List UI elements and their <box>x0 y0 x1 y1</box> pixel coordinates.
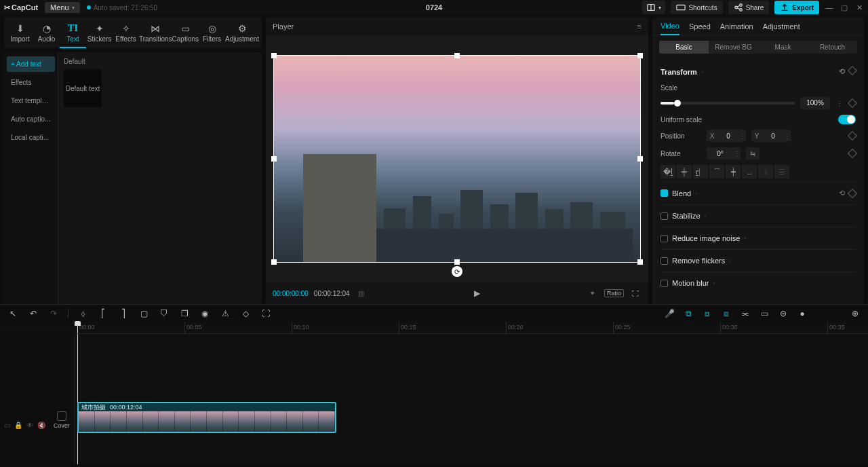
timeline-tracks[interactable]: 城市拍摄 00:00:12:04 <box>75 334 868 464</box>
cat-text-template[interactable]: Text template <box>7 93 55 109</box>
resize-handle-tl[interactable] <box>271 53 277 58</box>
tool-trim-left[interactable]: ⎡ <box>97 309 109 318</box>
tab-audio[interactable]: ◔Audio <box>33 20 60 48</box>
stabilize-checkbox[interactable] <box>660 212 668 220</box>
scale-stepper[interactable]: ⋮ <box>835 100 844 107</box>
fullscreen-icon[interactable]: ⛶ <box>629 290 642 297</box>
tab-transitions[interactable]: ⋈Transitions <box>139 20 172 48</box>
layout-button[interactable]: ▾ <box>642 1 665 14</box>
tool-zoom-out[interactable]: ⊖ <box>777 309 789 318</box>
cover-button[interactable]: Cover <box>54 411 70 429</box>
tab-text[interactable]: TIText <box>60 20 86 48</box>
align-right[interactable]: ṟ⎸ <box>693 165 708 179</box>
resize-handle-br[interactable] <box>637 259 643 265</box>
asset-item-default-text[interactable]: Default text <box>64 69 102 107</box>
tool-split[interactable]: ⎀ <box>77 309 89 318</box>
ratio-button[interactable]: Ratio <box>604 289 624 297</box>
tool-zoom-in[interactable]: ⊕ <box>849 309 861 318</box>
tool-record[interactable]: ◉ <box>199 309 211 318</box>
scan-icon[interactable]: ⌖ <box>587 289 599 297</box>
tab-adjustment[interactable]: ⚙Adjustment <box>225 20 259 48</box>
play-button[interactable]: ▶ <box>471 288 483 298</box>
export-button[interactable]: Export <box>774 1 819 14</box>
resize-handle-tc[interactable] <box>454 53 460 58</box>
tool-duplicate[interactable]: ❐ <box>178 309 191 318</box>
shortcuts-button[interactable]: Shortcuts <box>671 1 722 14</box>
compare-icon[interactable]: ▥ <box>355 290 368 297</box>
resize-handle-ml[interactable] <box>271 156 277 162</box>
align-left[interactable]: �ḻ <box>660 165 675 179</box>
tool-pointer[interactable]: ↖ <box>7 309 19 318</box>
uniform-scale-toggle[interactable] <box>838 115 856 124</box>
subtab-basic[interactable]: Basic <box>659 41 709 54</box>
insp-tab-animation[interactable]: Animation <box>720 18 753 35</box>
tab-effects[interactable]: ✧Effects <box>113 20 139 48</box>
tool-zoom-dot[interactable]: ● <box>796 309 808 318</box>
track-lock-icon[interactable]: ▭ <box>4 422 10 429</box>
window-close[interactable]: ✕ <box>854 3 864 12</box>
tab-captions[interactable]: ▭Captions <box>172 20 199 48</box>
subtab-mask[interactable]: Mask <box>758 41 808 54</box>
tool-warn[interactable]: ⚠ <box>219 309 231 318</box>
resize-handle-bl[interactable] <box>271 259 277 265</box>
insp-tab-video[interactable]: Video <box>660 18 679 35</box>
position-x-input[interactable]: X0⋮ <box>707 130 746 142</box>
player-viewport[interactable]: ⟳ <box>266 35 648 282</box>
tool-magnet3[interactable]: ⧇ <box>720 309 732 318</box>
reset-icon[interactable]: ⟲ <box>839 67 845 76</box>
tool-protect[interactable]: ⛉ <box>158 309 170 318</box>
blend-checkbox[interactable] <box>660 189 668 197</box>
motion-blur-checkbox[interactable] <box>660 280 668 287</box>
menu-button[interactable]: Menu▾ <box>45 2 80 13</box>
blend-reset-icon[interactable]: ⟲ <box>839 189 845 198</box>
tool-trim-right[interactable]: ⎤ <box>117 309 130 318</box>
subtab-remove-bg[interactable]: Remove BG <box>709 41 758 54</box>
resize-handle-bc[interactable] <box>454 259 460 265</box>
scale-slider[interactable] <box>660 102 795 105</box>
share-button[interactable]: Share <box>728 1 770 14</box>
tool-crop[interactable]: ▢ <box>138 309 150 318</box>
cat-auto-captions[interactable]: Auto captio... <box>7 111 55 127</box>
align-bottom[interactable]: ⎵ <box>742 165 757 179</box>
insp-tab-adjustment[interactable]: Adjustment <box>763 18 800 35</box>
position-keyframe[interactable] <box>848 131 857 141</box>
scale-keyframe[interactable] <box>848 98 857 108</box>
cat-local-captions[interactable]: Local capti... <box>7 130 55 145</box>
playhead[interactable] <box>77 334 78 464</box>
align-top[interactable]: ⎴ <box>709 165 724 179</box>
track-eye-icon[interactable]: 👁 <box>26 422 33 429</box>
video-clip[interactable]: 城市拍摄 00:00:12:04 <box>77 402 336 433</box>
track-lock2-icon[interactable]: 🔒 <box>14 422 22 429</box>
resize-handle-mr[interactable] <box>637 156 643 162</box>
cat-effects[interactable]: Effects <box>7 75 55 90</box>
tool-magnet2[interactable]: ⧈ <box>701 309 713 318</box>
player-menu-icon[interactable]: ≡ <box>637 22 642 31</box>
tool-crop2[interactable]: ⛶ <box>260 309 272 318</box>
tool-link[interactable]: ⫘ <box>739 309 751 318</box>
tab-import[interactable]: ⬇Import <box>7 20 33 48</box>
track-mute-icon[interactable]: 🔇 <box>37 422 45 429</box>
tool-preview[interactable]: ▭ <box>758 309 770 318</box>
blend-keyframe[interactable] <box>848 188 857 198</box>
cat-add-text[interactable]: + Add text <box>7 56 55 72</box>
remove-flickers-checkbox[interactable] <box>660 257 668 265</box>
player-canvas[interactable]: ⟳ <box>274 56 640 262</box>
keyframe-icon[interactable] <box>848 66 857 75</box>
rotate-input[interactable]: 0°⋮ <box>707 147 741 160</box>
tool-redo[interactable]: ↷ <box>47 309 60 318</box>
window-minimize[interactable]: ― <box>825 3 834 12</box>
scale-value[interactable]: 100% <box>800 97 830 109</box>
tool-keyframe[interactable]: ◇ <box>239 309 252 318</box>
align-vcenter[interactable]: ┿ <box>726 165 741 179</box>
window-maximize[interactable]: ▢ <box>840 3 849 12</box>
reduce-noise-checkbox[interactable] <box>660 235 668 242</box>
mirror-button[interactable]: ⇋ <box>746 147 760 160</box>
tab-stickers[interactable]: ✦Stickers <box>86 20 113 48</box>
rotate-keyframe[interactable] <box>848 149 857 158</box>
tool-undo[interactable]: ↶ <box>27 309 39 318</box>
insp-tab-speed[interactable]: Speed <box>689 18 711 35</box>
align-hcenter[interactable]: ╪ <box>677 165 692 179</box>
tool-mic[interactable]: 🎤 <box>663 309 675 318</box>
rotate-handle[interactable]: ⟳ <box>452 266 462 277</box>
position-y-input[interactable]: Y0⋮ <box>751 130 791 142</box>
